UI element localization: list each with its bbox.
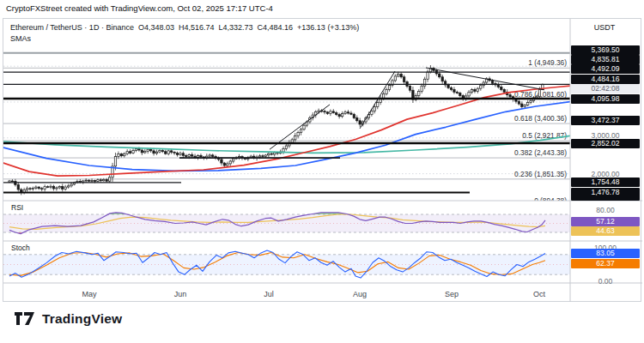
- time-axis-month: May: [82, 290, 97, 298]
- time-axis-month: Oct: [533, 290, 546, 298]
- chart-legend[interactable]: Ethereum / TetherUS · 1D · BinanceO4,348…: [10, 23, 363, 32]
- price-level-badge: 4,095.98: [571, 94, 640, 104]
- price-level-badge: 1,754.48: [571, 178, 640, 187]
- symbol-title[interactable]: Ethereum / TetherUS · 1D · Binance: [10, 23, 134, 32]
- chart-canvas[interactable]: 1 (4,949.36)0.786 (4,081.60)0.618 (3,400…: [3, 19, 642, 302]
- stoch-k-value-badge: 83.05: [571, 249, 640, 258]
- ohlc-high: H4,516.74: [179, 23, 215, 32]
- price-level-badge: 4,835.81: [571, 55, 640, 64]
- tradingview-logo-text: TradingView: [42, 311, 122, 327]
- time-axis-month: Jul: [264, 290, 274, 298]
- price-axis-currency[interactable]: USDT: [570, 23, 639, 32]
- price-level-badge: 3,472.37: [571, 116, 640, 125]
- tradingview-chart-widget: 1 (4,949.36)0.786 (4,081.60)0.618 (3,400…: [3, 18, 641, 302]
- horizontal-lines-layer[interactable]: [3, 53, 570, 193]
- time-axis-month: Jun: [174, 290, 187, 298]
- price-level-badge: 5,369.50: [571, 45, 640, 55]
- stoch-d-value-badge: 62.37: [571, 259, 640, 268]
- price-level-badge: 4,492.09: [571, 64, 640, 74]
- time-axis-month: Aug: [353, 290, 367, 298]
- last-price-badge: 4,484.16: [571, 75, 640, 84]
- price-level-badge: 2,852.02: [571, 139, 640, 148]
- ohlc-low: L4,332.73: [219, 23, 253, 32]
- time-axis[interactable]: MayJunJulAugSepOct: [82, 290, 545, 298]
- screenshot-root: CryptoFXStreet created with TradingView.…: [0, 0, 644, 343]
- fib-label: 0.236 (1,851.35): [514, 170, 567, 178]
- ohlc-change: +136.13 (+3.13%): [297, 23, 359, 32]
- tradingview-logo[interactable]: TradingView: [14, 310, 122, 327]
- time-axis-month: Sep: [445, 290, 459, 298]
- sma-indicator-legend[interactable]: SMAs: [10, 34, 31, 43]
- rsi-ma-value-badge: 44.63: [571, 226, 640, 236]
- fib-label: 1 (4,949.36): [528, 58, 567, 67]
- attribution-text: CryptoFXStreet created with TradingView.…: [6, 3, 273, 13]
- price-level-badge: [571, 196, 640, 201]
- tradingview-logo-icon: [14, 310, 36, 327]
- rsi-value-badge: 57.12: [571, 217, 640, 226]
- rsi-pane-label[interactable]: RSI: [11, 203, 23, 212]
- ohlc-open: O4,348.03: [138, 23, 174, 32]
- countdown-badge: 02:42:08: [571, 84, 640, 93]
- axis-scale-label: 0.00: [571, 277, 640, 286]
- fib-label: 0.5 (2,921.87): [522, 131, 567, 140]
- ohlc-close: C4,484.16: [258, 23, 294, 32]
- axis-scale-label: 80.00: [571, 206, 640, 215]
- stoch-pane-label[interactable]: Stoch: [11, 244, 30, 252]
- fib-label: 0.382 (2,443.38): [514, 148, 567, 157]
- fib-label: 0.618 (3,400.36): [514, 114, 567, 123]
